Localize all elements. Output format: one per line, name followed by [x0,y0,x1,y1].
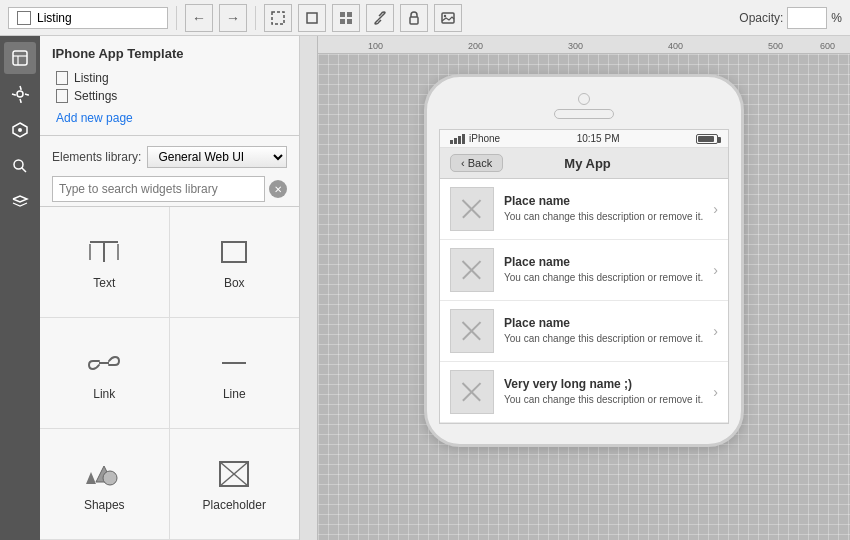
phone-camera [578,93,590,105]
ruler-mark-500: 500 [768,41,783,51]
list-chevron-0: › [713,201,718,217]
widget-link[interactable]: Link [40,318,170,429]
elements-library-select[interactable]: General Web UI [147,146,287,168]
search-button[interactable] [4,150,36,182]
page-name-label: Listing [37,11,72,25]
svg-line-17 [22,168,27,173]
canvas-area: 100 200 300 400 500 600 [300,36,850,540]
shapes-widget-icon [84,456,124,492]
list-thumb-1 [450,248,494,292]
list-name-2: Place name [504,316,703,330]
widget-text[interactable]: Text [40,207,170,318]
canvas-body: iPhone 10:15 PM ‹ Back [300,54,850,540]
list-item[interactable]: Place name You can change this descripti… [440,240,728,301]
signal-bar-1 [450,140,453,144]
ruler-mark-100: 100 [368,41,383,51]
list-thumb-3 [450,370,494,414]
list-desc-3: You can change this description or remov… [504,393,703,407]
opacity-input[interactable] [787,7,827,29]
lock-button[interactable] [400,4,428,32]
image-button[interactable] [434,4,462,32]
settings-button[interactable] [4,78,36,110]
svg-rect-7 [410,17,418,24]
signal-bar-4 [462,134,465,144]
widget-box[interactable]: Box [170,207,300,318]
redo-button[interactable]: → [219,4,247,32]
list-desc-2: You can change this description or remov… [504,332,703,346]
signal-bar-3 [458,136,461,144]
list-content-3: Very very long name ;) You can change th… [504,377,703,407]
svg-rect-22 [222,242,246,262]
sidebar-item-listing[interactable]: Listing [52,69,287,87]
sidebar-divider [40,135,299,136]
list-chevron-3: › [713,384,718,400]
ruler-left [300,54,318,540]
listing-page-icon [56,71,68,85]
widget-line-label: Line [223,387,246,401]
svg-point-26 [103,471,117,485]
svg-rect-2 [340,12,345,17]
nav-back-button[interactable]: ‹ Back [450,154,503,172]
list-content-0: Place name You can change this descripti… [504,194,703,224]
page-name-display: Listing [8,7,168,29]
search-row: ✕ [40,172,299,206]
back-label: Back [468,157,492,169]
svg-point-15 [18,128,22,132]
opacity-unit: % [831,11,842,25]
signal-bars [450,134,465,144]
list-content-1: Place name You can change this descripti… [504,255,703,285]
ruler-top: 100 200 300 400 500 600 [300,36,850,54]
box-widget-icon [214,234,254,270]
search-input[interactable] [52,176,265,202]
ruler-mark-200: 200 [468,41,483,51]
list-thumb-2 [450,309,494,353]
time-label: 10:15 PM [577,133,620,144]
widget-placeholder[interactable]: Placeholder [170,429,300,540]
link-button[interactable] [366,4,394,32]
list-item[interactable]: Very very long name ;) You can change th… [440,362,728,423]
phone-speaker [554,109,614,119]
layout-button[interactable] [332,4,360,32]
ruler-mark-300: 300 [568,41,583,51]
svg-rect-4 [340,19,345,24]
undo-button[interactable]: ← [185,4,213,32]
placeholder-widget-icon [214,456,254,492]
ruler-mark-600: 600 [820,41,835,51]
line-widget-icon [214,345,254,381]
widget-shapes-label: Shapes [84,498,125,512]
plugins-button[interactable] [4,114,36,146]
list-desc-1: You can change this description or remov… [504,271,703,285]
crop-button[interactable] [298,4,326,32]
widget-shapes[interactable]: Shapes [40,429,170,540]
nav-bar: ‹ Back My App [440,148,728,179]
layers-button[interactable] [4,186,36,218]
widget-box-label: Box [224,276,245,290]
list-thumb-0 [450,187,494,231]
list-chevron-2: › [713,323,718,339]
carrier-label: iPhone [469,133,500,144]
list-content-2: Place name You can change this descripti… [504,316,703,346]
list-item[interactable]: Place name You can change this descripti… [440,179,728,240]
battery-fill [698,136,714,142]
svg-rect-10 [13,51,27,65]
svg-rect-1 [307,13,317,23]
elements-section: Elements library: General Web UI [40,140,299,172]
settings-page-label: Settings [74,89,117,103]
svg-rect-0 [272,12,284,24]
svg-marker-27 [86,472,96,484]
canvas-viewport[interactable]: iPhone 10:15 PM ‹ Back [318,54,850,540]
separator-2 [255,6,256,30]
list-name-1: Place name [504,255,703,269]
svg-point-9 [444,14,446,16]
widget-line[interactable]: Line [170,318,300,429]
text-widget-icon [84,234,124,270]
signal-bar-2 [454,138,457,144]
tools-button[interactable] [4,42,36,74]
search-clear-button[interactable]: ✕ [269,180,287,198]
sidebar-item-settings[interactable]: Settings [52,87,287,105]
add-new-page-link[interactable]: Add new page [40,109,299,131]
select-button[interactable] [264,4,292,32]
list-item[interactable]: Place name You can change this descripti… [440,301,728,362]
page-icon [17,11,31,25]
widget-link-label: Link [93,387,115,401]
